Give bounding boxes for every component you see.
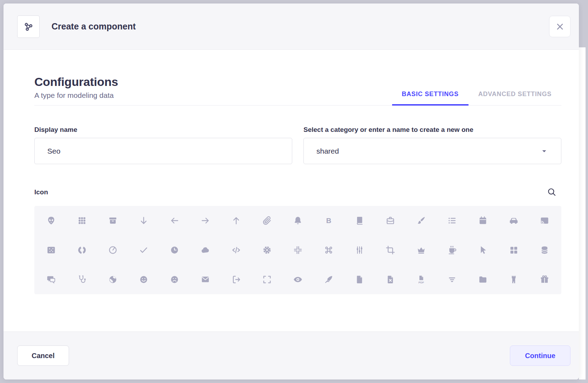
section-header: Configurations A type for modeling data …	[34, 75, 561, 106]
discuss-icon[interactable]	[46, 275, 56, 284]
cast-icon[interactable]	[540, 216, 549, 226]
cog-icon[interactable]	[262, 245, 272, 255]
gate-icon[interactable]	[509, 275, 519, 284]
search-button[interactable]	[547, 187, 556, 197]
create-component-modal: Create a component Configurations A type…	[4, 4, 579, 379]
file-pdf-icon[interactable]: PDF	[416, 275, 426, 284]
component-icon	[17, 15, 40, 38]
crown-icon[interactable]	[416, 245, 426, 255]
modal-body: Configurations A type for modeling data …	[4, 50, 579, 331]
clock-icon[interactable]	[170, 245, 179, 255]
arrow-left-icon[interactable]	[170, 216, 179, 226]
apps-icon[interactable]	[77, 216, 87, 226]
cancel-button[interactable]: Cancel	[17, 345, 69, 366]
form-row: Display name Select a category or enter …	[34, 126, 561, 164]
modal-header: Create a component	[4, 4, 579, 50]
eye-icon[interactable]	[293, 275, 303, 284]
bold-icon[interactable]: B	[324, 216, 334, 226]
bell-icon[interactable]	[293, 216, 303, 226]
exit-icon[interactable]	[231, 275, 241, 284]
file-error-icon[interactable]	[385, 275, 395, 284]
tab-advanced-settings[interactable]: ADVANCED SETTINGS	[469, 86, 561, 106]
brush-icon[interactable]	[416, 216, 426, 226]
icon-picker-section: Icon BPDF	[34, 187, 561, 294]
gift-icon[interactable]	[540, 275, 549, 284]
book-icon[interactable]	[355, 216, 364, 226]
category-select-value: shared	[316, 147, 339, 155]
arrow-up-icon[interactable]	[231, 216, 241, 226]
svg-text:B: B	[326, 217, 331, 224]
arrow-right-icon[interactable]	[200, 216, 210, 226]
cursor-icon[interactable]	[478, 245, 488, 255]
cup-icon[interactable]	[447, 245, 457, 255]
icon-grid: BPDF	[34, 206, 561, 294]
cloud-icon[interactable]	[200, 245, 210, 255]
collapse-icon[interactable]	[293, 245, 303, 255]
car-icon[interactable]	[509, 216, 519, 226]
svg-text:PDF: PDF	[418, 281, 424, 284]
filter-icon[interactable]	[447, 275, 457, 284]
alien-icon[interactable]	[46, 216, 56, 226]
database-icon[interactable]	[540, 245, 549, 255]
modal-title: Create a component	[52, 21, 549, 32]
close-icon	[555, 22, 565, 31]
chart-circle-icon[interactable]	[77, 245, 87, 255]
code-icon[interactable]	[231, 245, 241, 255]
icon-label: Icon	[34, 188, 48, 196]
earth-icon[interactable]	[108, 275, 118, 284]
emotion-unhappy-icon[interactable]	[170, 275, 179, 284]
chart-pie-icon[interactable]	[108, 245, 118, 255]
category-select[interactable]: shared	[303, 138, 561, 164]
background-page-strip	[579, 47, 586, 379]
archive-icon[interactable]	[108, 216, 118, 226]
check-icon[interactable]	[139, 245, 149, 255]
folder-icon[interactable]	[478, 275, 488, 284]
envelop-icon[interactable]	[200, 275, 210, 284]
file-icon[interactable]	[355, 275, 364, 284]
calendar-icon[interactable]	[478, 216, 488, 226]
attachment-icon[interactable]	[262, 216, 272, 226]
doctor-icon[interactable]	[77, 275, 87, 284]
continue-button[interactable]: Continue	[510, 345, 570, 366]
tab-basic-settings[interactable]: BASIC SETTINGS	[392, 86, 469, 106]
display-name-label: Display name	[34, 126, 292, 134]
settings-tabs: BASIC SETTINGS ADVANCED SETTINGS	[392, 86, 562, 105]
category-label: Select a category or enter a name to cre…	[303, 126, 561, 134]
page-title: Configurations	[34, 75, 118, 89]
arrow-down-icon[interactable]	[139, 216, 149, 226]
close-button[interactable]	[549, 16, 570, 37]
dashboard-icon[interactable]	[509, 245, 519, 255]
briefcase-icon[interactable]	[385, 216, 395, 226]
connector-icon[interactable]	[355, 245, 364, 255]
chart-bubble-icon[interactable]	[46, 245, 56, 255]
page-subtitle: A type for modeling data	[34, 91, 118, 100]
category-field-group: Select a category or enter a name to cre…	[303, 126, 561, 164]
display-name-input[interactable]	[34, 138, 292, 164]
emotion-happy-icon[interactable]	[139, 275, 149, 284]
command-icon[interactable]	[324, 245, 334, 255]
modal-footer: Cancel Continue	[4, 331, 579, 379]
search-icon	[547, 187, 556, 197]
expand-icon[interactable]	[262, 275, 272, 284]
bullet-list-icon[interactable]	[447, 216, 457, 226]
chevron-down-icon	[540, 147, 548, 155]
display-name-field-group: Display name	[34, 126, 292, 164]
crop-icon[interactable]	[385, 245, 395, 255]
feather-icon[interactable]	[324, 275, 334, 284]
